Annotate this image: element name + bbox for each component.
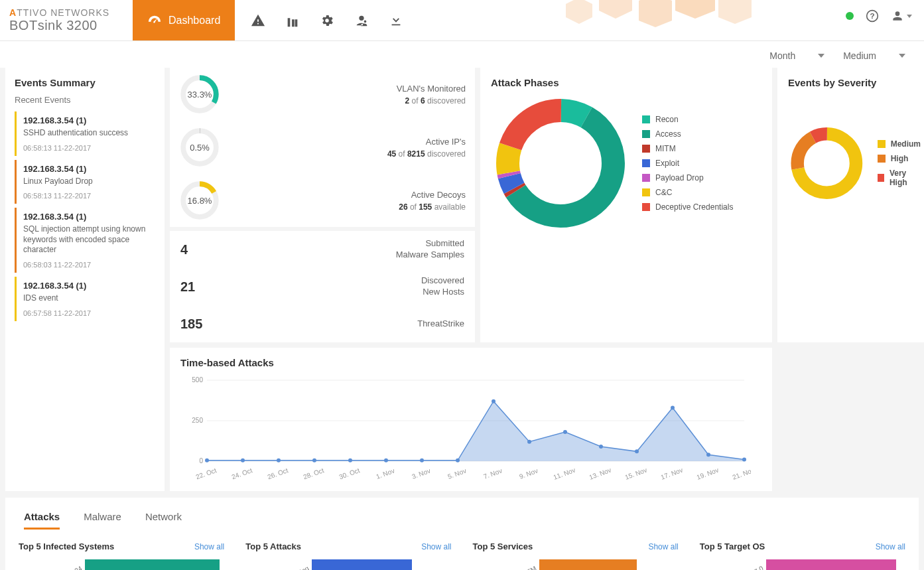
- svg-text:11. Nov: 11. Nov: [553, 466, 576, 480]
- svg-text:24. Oct: 24. Oct: [231, 466, 253, 480]
- svg-point-20: [508, 111, 614, 216]
- svg-point-32: [241, 459, 245, 463]
- svg-point-45: [706, 453, 710, 457]
- svg-point-41: [563, 430, 567, 434]
- status-indicator: [846, 12, 854, 20]
- stat-column: 33.3% VLAN's Monitored2 of 6 discovered …: [170, 68, 475, 342]
- hex-decoration: [553, 0, 752, 41]
- settings-icon[interactable]: [320, 13, 334, 28]
- period-select[interactable]: Month: [769, 50, 825, 61]
- event-item[interactable]: 192.168.3.54 (1)IDS event06:57:58 11-22-…: [15, 277, 155, 321]
- nav-icons: [235, 13, 419, 28]
- attack-phases-chart: [491, 94, 630, 233]
- svg-point-36: [384, 459, 388, 463]
- svg-point-34: [312, 459, 316, 463]
- bar-row: SYSTEM: [473, 558, 679, 570]
- show-all-link[interactable]: Show all: [421, 542, 451, 551]
- svg-point-31: [205, 459, 209, 463]
- severity-select[interactable]: Medium: [843, 50, 905, 61]
- stat-VLAN's Monitored: 33.3% VLAN's Monitored2 of 6 discovered: [170, 68, 475, 121]
- bar-row: 192.168.10.24: [19, 558, 224, 570]
- filter-row: Month Medium: [0, 41, 924, 68]
- analysis-icon[interactable]: [285, 13, 300, 28]
- event-item[interactable]: 192.168.3.54 (1)SQL injection attempt us…: [15, 208, 155, 273]
- stat-Active IP's: 0.5% Active IP's45 of 8215 discovered: [170, 121, 475, 174]
- top5-panel: Top 5 Target OSShow all CentOS 7.0Ubuntu…: [692, 535, 913, 570]
- svg-point-37: [420, 459, 424, 463]
- svg-point-24: [797, 134, 856, 192]
- tab-malware[interactable]: Malware: [84, 506, 121, 530]
- top5-title: Top 5 Infected Systems: [19, 541, 114, 551]
- events-title: Events Summary: [15, 77, 155, 88]
- user-admin-icon[interactable]: [354, 13, 369, 28]
- svg-marker-2: [639, 0, 672, 27]
- svg-point-39: [492, 399, 495, 403]
- top5-panel: Top 5 Infected SystemsShow all 192.168.1…: [11, 535, 232, 570]
- help-icon[interactable]: ?: [866, 9, 879, 23]
- legend-item[interactable]: Recon: [642, 115, 733, 124]
- nav-dashboard[interactable]: Dashboard: [133, 0, 235, 41]
- svg-point-40: [527, 440, 531, 444]
- events-subtitle: Recent Events: [15, 95, 155, 105]
- severity-chart: [788, 94, 866, 233]
- svg-marker-0: [566, 0, 592, 24]
- svg-text:9. Nov: 9. Nov: [518, 467, 539, 480]
- top5-title: Top 5 Target OS: [700, 541, 765, 551]
- card-timeline: Time-based Attacks 025050022. Oct24. Oct…: [170, 348, 772, 491]
- brand: ATTIVO NETWORKS BOTsink 3200: [0, 2, 133, 38]
- card-title: Events by Severity: [788, 77, 921, 88]
- svg-point-35: [348, 459, 352, 463]
- gauge-icon: [147, 13, 162, 28]
- svg-text:3. Nov: 3. Nov: [411, 467, 431, 480]
- legend-item[interactable]: Access: [642, 129, 733, 139]
- legend-item[interactable]: Payload Drop: [642, 173, 733, 182]
- card-title: Attack Phases: [491, 77, 761, 88]
- tab-attacks[interactable]: Attacks: [24, 506, 60, 530]
- show-all-link[interactable]: Show all: [876, 542, 905, 551]
- svg-text:250: 250: [192, 417, 203, 424]
- bar-row: User Monitoring: [245, 558, 451, 570]
- svg-text:26. Oct: 26. Oct: [267, 466, 289, 480]
- legend-item[interactable]: MITM: [642, 144, 733, 153]
- svg-text:500: 500: [192, 376, 203, 384]
- severity-legend: MediumHighVery High: [878, 139, 921, 187]
- user-menu[interactable]: [891, 9, 912, 23]
- counter: 185ThreatStrike: [170, 305, 475, 342]
- legend-item[interactable]: Exploit: [642, 159, 733, 168]
- tab-network[interactable]: Network: [145, 506, 182, 530]
- topbar: ATTIVO NETWORKS BOTsink 3200 Dashboard ?: [0, 0, 924, 41]
- svg-text:0: 0: [199, 457, 203, 464]
- show-all-link[interactable]: Show all: [194, 542, 224, 551]
- timeline-chart: 025050022. Oct24. Oct26. Oct28. Oct30. O…: [180, 374, 751, 480]
- svg-text:30. Oct: 30. Oct: [338, 466, 361, 480]
- alert-icon[interactable]: [251, 13, 265, 28]
- card-attack-phases: Attack Phases ReconAccessMITMExploitPayl…: [480, 68, 772, 342]
- counter: 21DiscoveredNew Hosts: [170, 268, 475, 305]
- legend-item[interactable]: Deceptive Credentials: [642, 202, 733, 212]
- svg-text:28. Oct: 28. Oct: [302, 466, 325, 480]
- legend-item[interactable]: Medium: [878, 139, 921, 149]
- event-item[interactable]: 192.168.3.54 (1)SSHD authentication succ…: [15, 111, 155, 156]
- svg-point-44: [671, 405, 675, 409]
- svg-point-43: [635, 449, 639, 453]
- download-icon[interactable]: [389, 13, 403, 28]
- legend-item[interactable]: High: [878, 154, 921, 163]
- svg-text:19. Nov: 19. Nov: [696, 466, 720, 480]
- top-right-controls: ?: [846, 9, 912, 23]
- top5-row: Top 5 Infected SystemsShow all 192.168.1…: [5, 530, 919, 570]
- svg-marker-3: [675, 0, 715, 19]
- legend-item[interactable]: Very High: [878, 169, 921, 187]
- svg-text:17. Nov: 17. Nov: [660, 466, 684, 480]
- show-all-link[interactable]: Show all: [648, 542, 678, 551]
- legend-item[interactable]: C&C: [642, 188, 733, 197]
- svg-text:22. Oct: 22. Oct: [195, 466, 218, 480]
- svg-text:13. Nov: 13. Nov: [588, 466, 612, 480]
- svg-text:15. Nov: 15. Nov: [624, 466, 648, 480]
- event-item[interactable]: 192.168.3.54 (1)Linux Payload Drop06:58:…: [15, 160, 155, 204]
- nav-dashboard-label: Dashboard: [168, 15, 220, 27]
- events-summary: Events Summary Recent Events 192.168.3.5…: [5, 68, 165, 491]
- top5-panel: Top 5 AttacksShow all User MonitoringDec…: [237, 535, 459, 570]
- svg-text:21. Nov: 21. Nov: [732, 466, 751, 480]
- svg-text:7. Nov: 7. Nov: [482, 467, 503, 480]
- top5-title: Top 5 Services: [473, 541, 533, 551]
